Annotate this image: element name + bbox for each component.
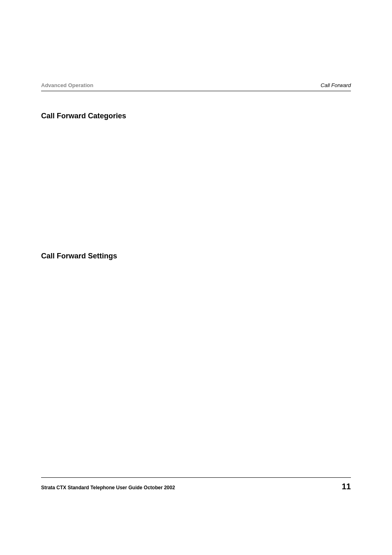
footer-row: Strata CTX Standard Telephone User Guide… xyxy=(41,482,351,491)
page-number: 11 xyxy=(342,482,351,491)
footer-rule xyxy=(41,477,351,478)
section-heading-categories: Call Forward Categories xyxy=(41,112,351,120)
header-chapter-title: Advanced Operation xyxy=(41,82,93,88)
page-header: Advanced Operation Call Forward xyxy=(41,82,351,91)
document-page: Advanced Operation Call Forward Call For… xyxy=(0,0,392,555)
section-heading-settings: Call Forward Settings xyxy=(41,252,351,260)
page-footer: Strata CTX Standard Telephone User Guide… xyxy=(41,477,351,491)
header-section-title: Call Forward xyxy=(321,82,351,88)
footer-document-title: Strata CTX Standard Telephone User Guide… xyxy=(41,485,175,491)
